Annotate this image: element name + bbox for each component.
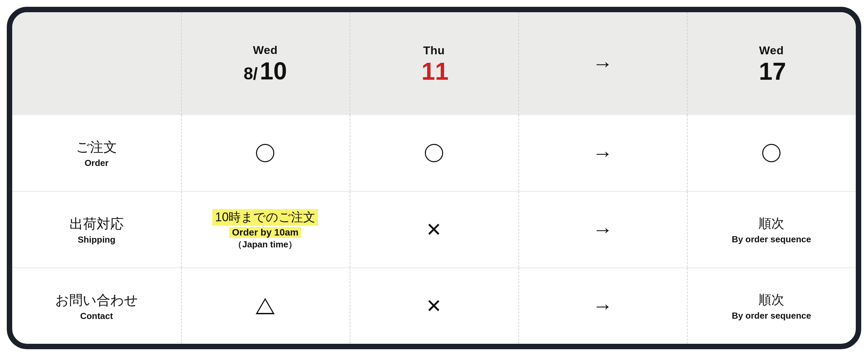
arrow-icon: → <box>593 52 613 75</box>
arrow-icon: → <box>593 218 613 241</box>
row-shipping: 出荷対応 Shipping 10時までのご注文 Order by 10am （J… <box>12 191 856 267</box>
row-label-en: Order <box>84 158 108 168</box>
row-label: 出荷対応 Shipping <box>12 192 181 267</box>
day-number: 17 <box>759 59 786 83</box>
date: 17 <box>757 59 786 83</box>
x-icon: ✕ <box>426 220 442 239</box>
header-date-0: Wed 8/ 10 <box>181 12 350 115</box>
day-of-week: Wed <box>253 43 278 57</box>
ship-note-jp: 10時までのご注文 <box>212 209 318 226</box>
cell-shipping-0: 10時までのご注文 Order by 10am （Japan time） <box>181 192 350 267</box>
row-label-en: Shipping <box>78 235 115 245</box>
arrow-icon: → <box>593 142 613 165</box>
header-row: Wed 8/ 10 Thu 11 → Wed 17 <box>12 12 856 115</box>
cell-order-3 <box>687 115 856 191</box>
date: 8/ 10 <box>243 59 287 83</box>
seq-en: By order sequence <box>732 234 811 245</box>
ship-note-en1: Order by 10am <box>229 227 301 238</box>
day-of-week: Wed <box>759 44 784 57</box>
cell-shipping-2: → <box>518 192 687 267</box>
seq-jp: 順次 <box>758 215 784 232</box>
row-label-en: Contact <box>80 311 113 321</box>
cell-shipping-3: 順次 By order sequence <box>687 192 856 267</box>
schedule-table: Wed 8/ 10 Thu 11 → Wed 17 ご注文 <box>7 7 861 349</box>
row-label: ご注文 Order <box>12 115 181 191</box>
circle-icon <box>762 144 781 162</box>
circle-icon <box>256 144 274 162</box>
day-number: 11 <box>421 59 449 83</box>
row-label-jp: ご注文 <box>76 138 117 156</box>
row-contact: お問い合わせ Contact ✕ → 順次 By order sequence <box>12 267 856 344</box>
seq-en: By order sequence <box>732 311 811 321</box>
cell-order-0 <box>181 115 350 191</box>
date: 11 <box>419 59 449 83</box>
triangle-icon <box>256 298 275 314</box>
cell-shipping-1: ✕ <box>350 192 518 267</box>
cell-contact-2: → <box>518 268 687 344</box>
header-date-2: Wed 17 <box>687 12 856 115</box>
circle-icon <box>425 144 443 162</box>
cell-contact-1: ✕ <box>350 268 518 344</box>
header-date-1: Thu 11 <box>350 12 518 115</box>
row-order: ご注文 Order → <box>12 115 856 191</box>
cell-order-1 <box>350 115 518 191</box>
row-label: お問い合わせ Contact <box>12 268 181 344</box>
day-number: 10 <box>260 59 287 83</box>
header-arrow: → <box>518 12 687 115</box>
cell-contact-0 <box>181 268 350 344</box>
row-label-jp: 出荷対応 <box>70 214 124 233</box>
day-of-week: Thu <box>423 44 445 57</box>
cell-order-2: → <box>518 115 687 191</box>
month-prefix: 8/ <box>243 64 258 83</box>
x-icon: ✕ <box>426 297 442 316</box>
header-blank <box>12 12 181 115</box>
row-label-jp: お問い合わせ <box>55 291 138 310</box>
arrow-icon: → <box>593 294 613 318</box>
ship-note-en2: （Japan time） <box>233 239 297 250</box>
cell-contact-3: 順次 By order sequence <box>687 268 856 344</box>
seq-jp: 順次 <box>758 291 784 308</box>
